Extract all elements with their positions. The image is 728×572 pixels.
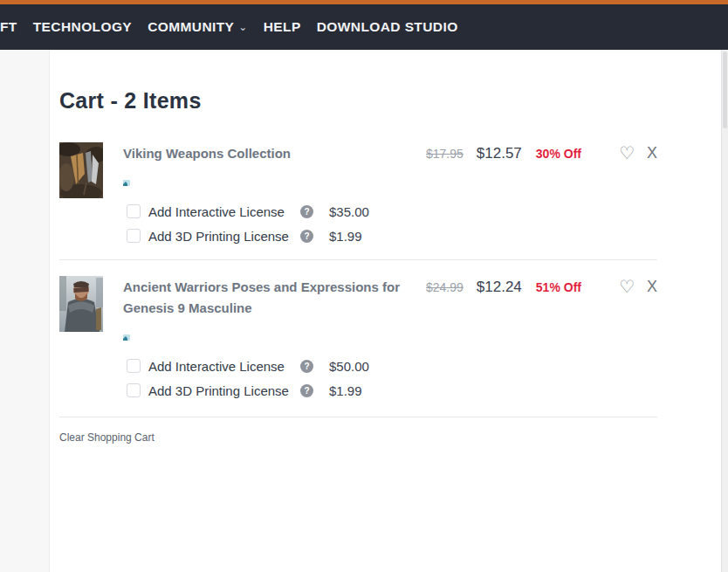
product-title[interactable]: Ancient Warriors Poses and Expressions f… (123, 277, 402, 319)
cart-item-viking-weapons: Viking Weapons Collection Add Interactiv… (59, 142, 657, 259)
wishlist-heart-icon[interactable]: ♡ (619, 278, 635, 295)
old-price: $17.95 (426, 147, 464, 161)
divider (59, 417, 657, 417)
product-thumbnail-ancient-warriors[interactable] (59, 276, 103, 332)
help-icon[interactable]: ? (300, 205, 313, 218)
scrollbar-thumb[interactable] (723, 52, 727, 128)
remove-item-icon[interactable]: X (647, 278, 657, 295)
nav-item-partial[interactable]: FT (0, 19, 17, 35)
current-price: $12.57 (477, 145, 522, 162)
nav-item-community[interactable]: COMMUNITY ⌄ (148, 19, 248, 35)
cart-content: Cart - 2 Items Viking Weapons Co (59, 50, 657, 572)
broken-image-icon (123, 334, 130, 341)
nav-item-download-studio[interactable]: DOWNLOAD STUDIO (317, 19, 458, 35)
clear-shopping-cart-link[interactable]: Clear Shopping Cart (59, 431, 155, 444)
printing-license-label[interactable]: Add 3D Printing License (148, 229, 297, 244)
interactive-license-label[interactable]: Add Interactive License (148, 204, 297, 219)
broken-image-icon (123, 180, 130, 187)
product-thumbnail-viking-weapons[interactable] (59, 142, 103, 198)
interactive-license-label[interactable]: Add Interactive License (148, 359, 297, 374)
help-icon[interactable]: ? (300, 230, 313, 243)
old-price: $24.99 (426, 280, 464, 294)
printing-license-row: Add 3D Printing License ? $1.99 (127, 228, 420, 244)
item-details: Ancient Warriors Poses and Expressions f… (123, 276, 420, 398)
nav-item-help[interactable]: HELP (264, 19, 301, 35)
item-actions: ♡ X (619, 278, 657, 295)
interactive-license-price: $35.00 (329, 204, 369, 219)
printing-license-label[interactable]: Add 3D Printing License (148, 383, 297, 398)
page-title: Cart - 2 Items (59, 88, 202, 114)
product-title[interactable]: Viking Weapons Collection (123, 143, 402, 164)
divider (59, 259, 657, 260)
item-actions: ♡ X (619, 144, 657, 162)
printing-license-row: Add 3D Printing License ? $1.99 (127, 382, 420, 398)
item-details: Viking Weapons Collection Add Interactiv… (123, 142, 420, 244)
scrollbar[interactable] (721, 50, 728, 572)
help-icon[interactable]: ? (300, 384, 313, 397)
current-price: $12.24 (477, 279, 522, 296)
nav-item-community-label: COMMUNITY (148, 19, 234, 35)
price-group: $17.95 $12.57 30% Off (426, 145, 581, 162)
interactive-license-row: Add Interactive License ? $35.00 (127, 203, 420, 219)
nav-item-technology[interactable]: TECHNOLOGY (33, 19, 132, 35)
remove-item-icon[interactable]: X (647, 144, 657, 162)
left-gutter (0, 50, 50, 572)
help-icon[interactable]: ? (300, 360, 313, 373)
printing-license-checkbox[interactable] (127, 383, 141, 397)
main-navbar: FT TECHNOLOGY COMMUNITY ⌄ HELP DOWNLOAD … (0, 4, 728, 50)
discount-badge: 30% Off (536, 147, 581, 161)
interactive-license-checkbox[interactable] (127, 359, 141, 373)
discount-badge: 51% Off (536, 280, 581, 294)
printing-license-price: $1.99 (329, 383, 362, 398)
cart-item-ancient-warriors: Ancient Warriors Poses and Expressions f… (59, 276, 657, 417)
printing-license-checkbox[interactable] (127, 229, 141, 243)
chevron-down-icon: ⌄ (238, 21, 247, 33)
wishlist-heart-icon[interactable]: ♡ (619, 144, 635, 162)
printing-license-price: $1.99 (329, 229, 362, 244)
cart-page: FT TECHNOLOGY COMMUNITY ⌄ HELP DOWNLOAD … (0, 0, 728, 572)
interactive-license-row: Add Interactive License ? $50.00 (127, 358, 420, 374)
price-group: $24.99 $12.24 51% Off (426, 279, 581, 296)
interactive-license-checkbox[interactable] (127, 204, 141, 218)
interactive-license-price: $50.00 (329, 359, 369, 374)
